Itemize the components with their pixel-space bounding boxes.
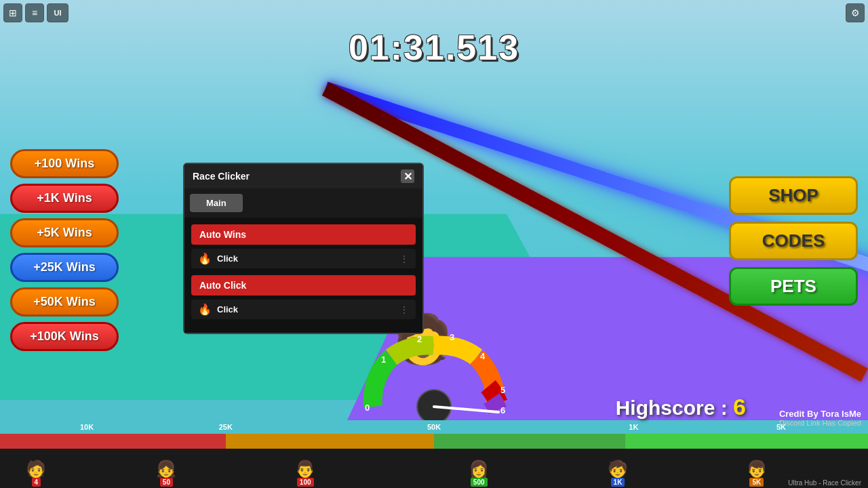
- avatar-face-4: 👩: [469, 461, 489, 477]
- highscore-value: 6: [733, 394, 746, 420]
- marker-1k: 1K: [629, 423, 638, 431]
- auto-wins-label: Click: [217, 253, 394, 264]
- dialog-tab-main[interactable]: Main: [190, 194, 243, 212]
- auto-wins-icon: 🔥: [198, 252, 212, 265]
- ultra-hub-label: Ultra Hub - Race Clicker: [788, 479, 861, 487]
- ui-label[interactable]: UI: [47, 3, 68, 22]
- dialog-close-button[interactable]: ✕: [401, 169, 414, 183]
- credit-link: Discord Link Has Copied: [779, 419, 861, 427]
- game-timer: 01:31.513: [349, 27, 519, 68]
- svg-text:5: 5: [500, 385, 505, 395]
- highscore-label: Highscore :: [616, 396, 728, 419]
- bottom-bar: 10K 25K 50K 1K 5K 🧑 4 👧 50 👨 100 👩 500 🧒: [0, 434, 868, 488]
- win-button-100k[interactable]: +100K Wins: [10, 322, 119, 351]
- marker-10k: 10K: [80, 423, 94, 431]
- avatar-face-3: 👨: [295, 461, 315, 477]
- avatar-num-1: 4: [32, 478, 41, 487]
- prog-green: [434, 434, 625, 449]
- menu-icon[interactable]: ≡: [25, 3, 44, 22]
- svg-text:4: 4: [480, 351, 486, 361]
- avatar-num-6: 5K: [749, 478, 764, 487]
- top-left-toolbar: ⊞ ≡ UI: [3, 3, 68, 22]
- auto-wins-dots: ⋮: [399, 253, 409, 264]
- prog-green2: [625, 434, 868, 449]
- right-buttons-container: SHOP CODES PETS: [729, 176, 858, 306]
- shop-button[interactable]: SHOP: [729, 176, 858, 215]
- pets-button[interactable]: PETS: [729, 267, 858, 306]
- auto-wins-header: Auto Wins: [191, 224, 416, 245]
- win-button-25k[interactable]: +25K Wins: [10, 253, 119, 282]
- avatar-slot-3: 👨 100: [295, 461, 315, 487]
- credit-author: Credit By Tora IsMe: [779, 409, 861, 419]
- avatar-slot-6: 👦 5K: [747, 461, 767, 487]
- avatars-bar: 🧑 4 👧 50 👨 100 👩 500 🧒 1K 👦 5K Ultra Hub…: [0, 449, 868, 488]
- dialog-titlebar: Race Clicker ✕: [184, 164, 422, 188]
- dialog-title: Race Clicker: [193, 171, 250, 182]
- credit-text: Credit By Tora IsMe Discord Link Has Cop…: [779, 409, 861, 427]
- svg-text:0: 0: [365, 403, 370, 413]
- highscore-display: Highscore : 6: [616, 394, 746, 420]
- auto-wins-click-row[interactable]: 🔥 Click ⋮: [191, 249, 416, 268]
- svg-text:6: 6: [500, 405, 505, 415]
- marker-25k: 25K: [219, 423, 233, 431]
- svg-text:3: 3: [450, 332, 454, 342]
- svg-text:1: 1: [381, 354, 386, 365]
- svg-point-0: [417, 390, 451, 420]
- race-clicker-dialog: Race Clicker ✕ Main Auto Wins 🔥 Click ⋮ …: [183, 163, 424, 334]
- avatar-num-5: 1K: [611, 478, 625, 487]
- svg-text:2: 2: [417, 334, 422, 344]
- win-button-1k[interactable]: +1K Wins: [10, 184, 119, 213]
- win-buttons-container: +100 Wins +1K Wins +5K Wins +25K Wins +5…: [10, 149, 119, 351]
- win-button-5k[interactable]: +5K Wins: [10, 218, 119, 247]
- auto-click-dots: ⋮: [399, 304, 409, 315]
- avatar-slot-5: 🧒 1K: [608, 461, 628, 487]
- settings-icon[interactable]: ⚙: [846, 3, 865, 22]
- auto-click-icon: 🔥: [198, 303, 212, 316]
- top-right-icon[interactable]: ⚙: [846, 3, 865, 22]
- speedometer: 0 1 2 3 4 5 6: [353, 325, 515, 420]
- avatar-face-5: 🧒: [608, 461, 628, 477]
- auto-click-header: Auto Click: [191, 275, 416, 296]
- auto-click-row[interactable]: 🔥 Click ⋮: [191, 300, 416, 319]
- avatar-slot-4: 👩 500: [469, 461, 489, 487]
- marker-50k: 50K: [427, 423, 441, 431]
- dialog-body: Auto Wins 🔥 Click ⋮ Auto Click 🔥 Click ⋮: [184, 218, 422, 333]
- auto-click-label: Click: [217, 304, 394, 314]
- grid-icon[interactable]: ⊞: [3, 3, 22, 22]
- prog-orange: [226, 434, 434, 449]
- progress-bar: 10K 25K 50K 1K 5K: [0, 434, 868, 449]
- avatar-face-1: 🧑: [26, 461, 46, 477]
- codes-button[interactable]: CODES: [729, 222, 858, 260]
- avatar-num-3: 100: [297, 478, 314, 487]
- avatar-slot-2: 👧 50: [156, 461, 176, 487]
- avatar-face-2: 👧: [156, 461, 176, 477]
- dialog-tabs: Main: [184, 188, 422, 218]
- avatar-face-6: 👦: [747, 461, 767, 477]
- prog-red: [0, 434, 226, 449]
- win-button-100[interactable]: +100 Wins: [10, 149, 119, 178]
- win-button-50k[interactable]: +50K Wins: [10, 287, 119, 317]
- avatar-num-2: 50: [160, 478, 173, 487]
- avatar-num-4: 500: [471, 478, 488, 487]
- marker-5k: 5K: [776, 423, 786, 431]
- avatar-slot-1: 🧑 4: [26, 461, 46, 487]
